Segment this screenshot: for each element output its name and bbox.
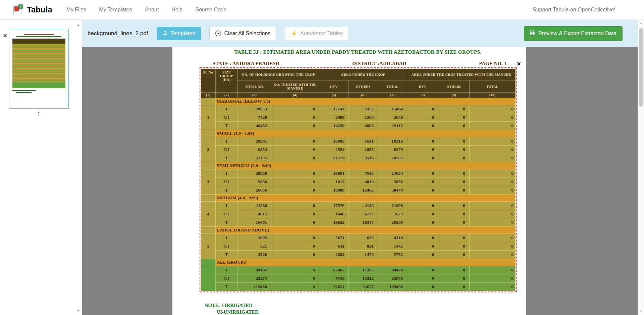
scroll-up-icon[interactable]: ▲ bbox=[638, 22, 644, 25]
clear-all-selections-button[interactable]: × Clear All Selections bbox=[209, 27, 276, 40]
document-note: NOTE: I-IRRIGATED UI-UNIRRIGATED bbox=[205, 303, 259, 315]
thumb-table-rows bbox=[12, 44, 65, 83]
export-button-label: Preview & Export Extracted Data bbox=[538, 31, 616, 37]
pdf-page[interactable]: TABLE 5J : ESTIMATED AREA UNDER PADDY TR… bbox=[172, 47, 526, 315]
thumb-title-line bbox=[24, 34, 54, 35]
chevron-down-icon[interactable]: ▾ bbox=[77, 309, 79, 313]
top-navbar: Tabula My Files My Templates About Help … bbox=[0, 0, 644, 20]
extract-arrow-icon bbox=[18, 4, 23, 9]
autodetect-button-label: Autodetect Tables bbox=[300, 31, 343, 37]
thumbnail-page-number: 1 bbox=[9, 111, 69, 116]
page-thumbnail[interactable] bbox=[9, 29, 69, 109]
chevron-up-icon[interactable]: ▴ bbox=[77, 22, 79, 27]
upload-icon bbox=[163, 31, 168, 37]
nav-source-code[interactable]: Source Code bbox=[195, 7, 226, 13]
pdf-viewer: TABLE 5J : ESTIMATED AREA UNDER PADDY TR… bbox=[82, 47, 644, 315]
main-nav: My Files My Templates About Help Source … bbox=[66, 7, 227, 13]
document-meta-row: STATE : ANDHRA PRADESH DISTRICT :ADILABA… bbox=[201, 61, 515, 66]
toolbar: background_lines_2.pdf Templates × Clear… bbox=[82, 20, 644, 47]
note-line-2: UI-UNIRRIGATED bbox=[217, 309, 259, 315]
nav-my-files[interactable]: My Files bbox=[66, 7, 87, 13]
state-label: STATE : ANDHRA PRADESH bbox=[213, 61, 279, 66]
tabula-brand[interactable]: Tabula bbox=[13, 4, 52, 15]
table-selection[interactable] bbox=[200, 67, 517, 292]
templates-button[interactable]: Templates bbox=[157, 27, 201, 40]
nav-right: Support Tabula on OpenCollective! bbox=[533, 7, 615, 13]
filename-label: background_lines_2.pdf bbox=[88, 30, 148, 37]
scroll-down-icon[interactable]: ▼ bbox=[638, 310, 644, 313]
thumb-table-footer-rows bbox=[12, 83, 65, 88]
thumb-table-header bbox=[12, 39, 65, 44]
page-number-label: PAGE NO. 1 bbox=[479, 61, 506, 66]
table-grid-icon bbox=[530, 31, 535, 37]
tabula-logo bbox=[13, 4, 23, 15]
document-title: TABLE 5J : ESTIMATED AREA UNDER PADDY TR… bbox=[201, 49, 515, 55]
thumb-note-line bbox=[12, 90, 36, 91]
lightning-bolt-icon: ⚡ bbox=[291, 31, 297, 37]
brand-title: Tabula bbox=[27, 5, 52, 14]
scrollbar-thumb[interactable] bbox=[639, 28, 643, 107]
selection-close-icon[interactable]: × bbox=[517, 60, 521, 67]
nav-my-templates[interactable]: My Templates bbox=[99, 7, 132, 13]
preview-export-button[interactable]: Preview & Export Extracted Data bbox=[524, 26, 623, 41]
templates-button-label: Templates bbox=[171, 31, 195, 37]
clear-button-label: Clear All Selections bbox=[224, 31, 270, 37]
thumb-subtitle-line bbox=[16, 36, 61, 37]
close-icon[interactable]: × bbox=[3, 32, 7, 39]
thumb-note-line-2 bbox=[16, 92, 32, 93]
district-label: DISTRICT :ADILABAD bbox=[352, 61, 406, 66]
nav-about[interactable]: About bbox=[145, 7, 159, 13]
autodetect-tables-button[interactable]: ⚡ Autodetect Tables bbox=[285, 27, 349, 40]
clear-selections-icon: × bbox=[215, 31, 221, 36]
page-scrollbar[interactable]: ▲ ▼ bbox=[638, 20, 644, 315]
nav-help[interactable]: Help bbox=[171, 7, 182, 13]
note-line-1: NOTE: I-IRRIGATED bbox=[205, 303, 259, 308]
thumbnails-sidebar: × ▴ 1 ▾ bbox=[0, 20, 82, 315]
support-link[interactable]: Support Tabula on OpenCollective! bbox=[533, 7, 615, 12]
tabula-app: Tabula My Files My Templates About Help … bbox=[0, 0, 644, 315]
